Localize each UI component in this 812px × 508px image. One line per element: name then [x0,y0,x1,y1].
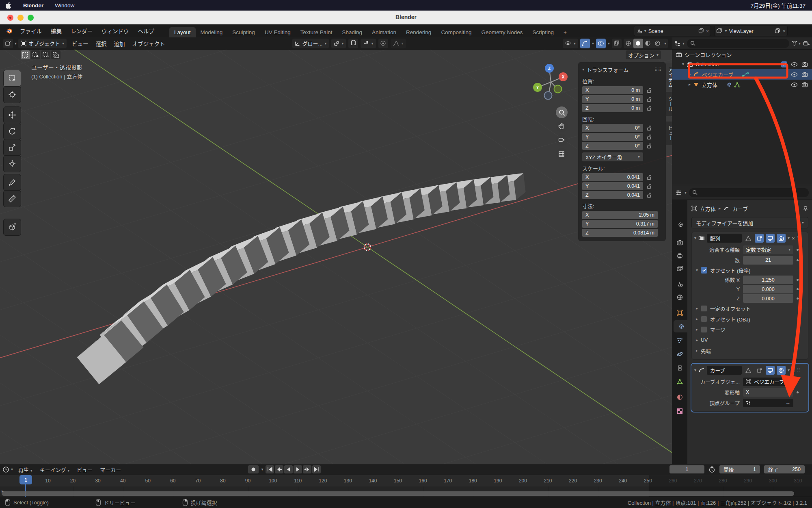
properties-tab-modifiers[interactable] [674,320,687,332]
object-visibility-selector[interactable]: ▾ [563,39,578,48]
properties-tab-physics[interactable] [672,348,687,360]
section-3[interactable]: ▸ UV [692,335,808,345]
topbar-menu-4[interactable]: ヘルプ [134,27,159,35]
dimension-x-field[interactable]: X2.05 m [582,211,658,219]
animate-dot[interactable] [797,279,799,281]
properties-tab-texture[interactable] [672,405,687,417]
properties-tab-constraints[interactable] [672,362,687,374]
rotation-y-field[interactable]: Y0° [582,133,643,141]
pin-icon[interactable] [803,206,808,212]
show-in-editmode-toggle[interactable] [755,366,764,375]
workspace-tab-uv-editing[interactable]: UV Editing [260,27,296,37]
mode-selector[interactable]: オブジェクト▾ [18,39,67,48]
scale-x-field[interactable]: X0.041 [582,173,643,181]
show-in-editmode-toggle[interactable] [755,234,764,243]
properties-tab-output[interactable] [672,250,687,262]
use-preview-range-icon[interactable] [708,466,715,473]
topbar-menu-3[interactable]: ウィンドウ [97,27,134,35]
drag-handle-icon[interactable]: ⠿ [797,236,801,241]
unlink-scene-icon[interactable]: × [706,28,709,34]
tool-scale[interactable] [3,139,21,156]
properties-tab-render[interactable] [672,237,687,249]
jump-to-end-button[interactable] [312,465,321,473]
drag-handle-icon[interactable]: ⠿ [797,368,801,373]
display-mode-dropdown[interactable]: ▾ [675,41,685,46]
show-in-viewport-toggle[interactable] [766,366,775,375]
viewlayer-name[interactable]: ViewLayer [729,28,773,34]
proportional-falloff-selector[interactable]: ▾ [391,39,406,48]
ortho-toggle-icon[interactable] [556,148,568,160]
section-4[interactable]: ▸ 先端 [692,345,808,356]
properties-tab-material[interactable] [672,391,687,403]
section-0[interactable]: ▸ 一定のオフセット [692,303,808,314]
options-dropdown[interactable]: オプション▾ [626,50,661,59]
hide-eye-icon[interactable] [791,72,798,77]
blender-logo-icon[interactable] [5,27,13,35]
gizmos-toggle[interactable] [580,39,590,48]
disable-render-icon[interactable] [801,82,808,87]
dimension-z-field[interactable]: Z0.0814 m [582,229,658,237]
timeline-scrollbar[interactable] [2,491,794,496]
animate-dot[interactable] [797,297,799,300]
workspace-tab-layout[interactable]: Layout [169,27,196,37]
current-frame-field[interactable]: 1 [669,465,704,473]
shading-solid-button[interactable] [633,39,643,48]
section-2[interactable]: ▸ マージ [692,324,808,335]
timeline-menu-0[interactable]: 再生 ▾ [15,466,36,473]
play-reverse-button[interactable] [284,465,293,473]
animate-dot[interactable] [797,391,799,393]
properties-search-input[interactable] [689,188,809,197]
curve-object-field[interactable]: ベジエカーブ × [743,378,793,386]
factor-field-1[interactable]: 0.000 [743,285,793,293]
lock-icon[interactable] [646,125,652,131]
count-field[interactable]: 21 [743,256,793,265]
workspace-tab-shading[interactable]: Shading [337,27,367,37]
pivot-point-selector[interactable]: ▾ [331,39,346,48]
editor-type-button[interactable] [3,39,13,48]
snap-target-selector[interactable]: ▾ [361,39,376,48]
shading-material-button[interactable] [643,39,653,48]
tool-rotate[interactable] [3,123,21,140]
navigation-gizmo[interactable]: Z X Y [530,61,572,104]
transform-panel-title[interactable]: トランスフォーム [587,66,628,74]
outliner-row-bezier-curve[interactable]: ▸ ベジエカーブ [672,69,812,80]
hide-eye-icon[interactable] [791,82,798,87]
location-x-field[interactable]: X0 m [582,86,643,94]
viewport-menu-2[interactable]: 追加 [110,39,129,48]
show-on-cage-toggle[interactable] [744,366,753,375]
timeline-editor-icon[interactable] [2,466,9,473]
frame-end-field[interactable]: 終了250 [764,465,805,473]
properties-tab-tool[interactable] [672,219,687,231]
workspace-tab-rendering[interactable]: Rendering [401,27,436,37]
properties-tab-particles[interactable] [672,334,687,346]
outliner-row-collection[interactable]: ▾ Collection [672,59,812,69]
outliner-row-scene-collection[interactable]: シーンコレクション [672,50,812,59]
disable-render-icon[interactable] [801,72,808,77]
menubar-app-name[interactable]: Blender [23,2,43,9]
section-checkbox[interactable] [701,316,707,322]
apple-menu-icon[interactable] [6,2,12,9]
proportional-editing-toggle[interactable] [378,39,388,48]
workspace-tab-texture-paint[interactable]: Texture Paint [296,27,337,37]
timeline-menu-2[interactable]: ビュー [73,466,96,473]
invert-vgroup-icon[interactable]: ↔ [786,400,791,406]
show-in-viewport-toggle[interactable] [766,234,775,243]
outliner-row-cube[interactable]: ▸ 立方体 [672,80,812,89]
lock-icon[interactable] [646,183,652,189]
deform-axis-dropdown[interactable]: X▾ [743,388,793,397]
tool-measure[interactable] [3,190,21,207]
tool-annotate[interactable] [3,174,21,191]
properties-tab-world[interactable] [672,291,687,303]
location-y-field[interactable]: Y0 m [582,95,643,103]
menubar-clock[interactable]: 7月29日(金) 午前11:37 [750,1,812,9]
show-in-render-toggle[interactable] [777,366,786,375]
hide-eye-icon[interactable] [791,62,798,67]
properties-tab-viewlayer[interactable] [672,263,687,275]
show-in-render-toggle[interactable] [777,234,786,243]
workspace-tab-animation[interactable]: Animation [367,27,401,37]
lock-icon[interactable] [646,87,652,93]
jump-to-start-button[interactable] [266,465,274,473]
xray-toggle[interactable] [612,39,622,48]
breadcrumb-data[interactable]: カーブ [732,205,748,213]
viewlayer-selector[interactable]: ▾ ViewLayer × [714,26,788,36]
